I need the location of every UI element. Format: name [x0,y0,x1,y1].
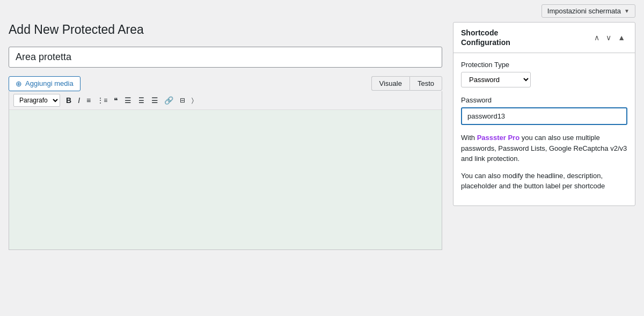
passster-pro-highlight: Passster Pro [477,134,520,142]
right-panel: Shortcode Configuration ∧ ∨ ▲ [453,22,635,250]
align-left-button[interactable]: ☰ [122,94,134,106]
shortcode-config-body: Protection Type Password Username/Passwo… [453,53,635,205]
tab-visual[interactable]: Visuale [371,76,409,91]
protection-type-label: Protection Type [461,61,627,69]
align-right-button[interactable]: ☰ [149,94,160,106]
add-media-icon: ⊕ [16,79,22,88]
paragraph-format-select[interactable]: Paragrafo Titolo 1 Titolo 2 Titolo 3 [13,94,60,107]
fullscreen-button[interactable]: 〉 [189,95,196,106]
chevron-down-icon: ▼ [624,8,630,14]
shortcode-config-box: Shortcode Configuration ∧ ∨ ▲ [453,22,635,206]
insert-link-button[interactable]: 🔗 [162,94,176,106]
collapse-down-button[interactable]: ∨ [604,32,613,43]
bold-button[interactable]: B [63,94,74,106]
view-tabs: Visuale Testo [371,76,442,91]
password-label: Password [461,96,627,104]
top-bar: Impostazioni schermata ▼ [0,0,644,22]
password-input[interactable] [461,107,627,125]
editor-toolbar-row: ⊕ Aggiungi media Visuale Testo [9,76,442,91]
add-media-button[interactable]: ⊕ Aggiungi media [9,76,80,91]
unordered-list-button[interactable]: ≡ [84,94,93,106]
insert-readmore-button[interactable]: ⊟ [177,95,188,106]
screen-options-label: Impostazioni schermata [547,7,621,15]
info-text-2: You can also modify the headline, descri… [461,171,627,192]
protection-type-field: Password Username/Password IP Address [461,72,627,96]
align-center-button[interactable]: ☰ [136,94,147,106]
screen-options-button[interactable]: Impostazioni schermata ▼ [541,4,635,18]
shortcode-config-header: Shortcode Configuration ∧ ∨ ▲ [453,23,635,53]
shortcode-config-title: Shortcode Configuration [461,28,510,47]
expand-button[interactable]: ▲ [616,32,627,43]
collapse-up-button[interactable]: ∧ [592,32,602,43]
tab-text[interactable]: Testo [409,76,442,91]
shortcode-config-controls: ∧ ∨ ▲ [592,32,627,43]
italic-button[interactable]: I [75,94,83,106]
editor-content-area[interactable] [9,110,442,249]
page-title: Add New Protected Area [9,22,442,38]
protection-type-select[interactable]: Password Username/Password IP Address [461,72,531,87]
info-text-1: With Passster Pro you can also use multi… [461,133,627,164]
add-media-label: Aggiungi media [25,79,74,87]
editor-wrapper: Paragrafo Titolo 1 Titolo 2 Titolo 3 B I… [9,91,442,250]
ordered-list-button[interactable]: ⋮≡ [94,95,110,106]
blockquote-button[interactable]: ❝ [111,94,121,106]
post-title-input[interactable] [9,47,442,68]
main-layout: Add New Protected Area ⊕ Aggiungi media … [0,22,644,259]
left-panel: Add New Protected Area ⊕ Aggiungi media … [9,22,442,250]
format-bar: Paragrafo Titolo 1 Titolo 2 Titolo 3 B I… [9,91,442,110]
